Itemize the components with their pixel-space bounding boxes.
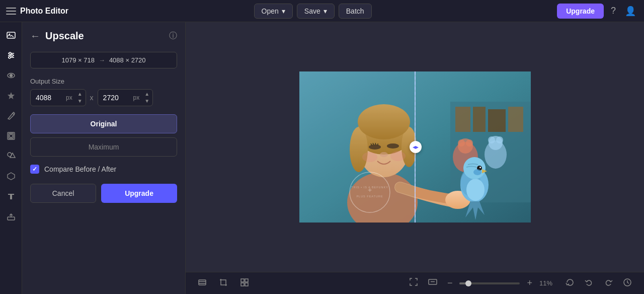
- sidebar-item-layers[interactable]: [2, 127, 20, 145]
- svg-rect-21: [455, 107, 470, 132]
- zoom-out-button[interactable]: −: [444, 277, 456, 289]
- panel-header: ← Upscale ⓘ: [30, 30, 177, 42]
- cancel-button[interactable]: Cancel: [30, 184, 96, 203]
- svg-text:PLUS FEATURE: PLUS FEATURE: [356, 195, 383, 198]
- fit-screen-button[interactable]: [406, 276, 421, 290]
- svg-rect-68: [245, 283, 248, 286]
- help-icon[interactable]: ?: [609, 4, 618, 18]
- history-button[interactable]: [619, 276, 636, 291]
- svg-rect-66: [245, 279, 248, 282]
- sidebar-item-text[interactable]: [2, 187, 20, 205]
- save-button[interactable]: Save ▾: [297, 4, 335, 19]
- sidebar-icons: [0, 22, 22, 294]
- menu-icon[interactable]: [6, 6, 16, 16]
- svg-rect-62: [199, 280, 206, 285]
- svg-point-5: [9, 52, 11, 54]
- back-button[interactable]: ←: [30, 30, 40, 42]
- upscale-panel: ← Upscale ⓘ 1079 × 718 → 4088 × 2720 Out…: [22, 22, 186, 294]
- resolution-display: 1079 × 718 → 4088 × 2720: [30, 52, 177, 68]
- svg-marker-15: [10, 153, 15, 158]
- zoom-slider[interactable]: [459, 282, 520, 284]
- resolution-from: 1079 × 718: [61, 56, 94, 64]
- sidebar-item-export[interactable]: [2, 207, 20, 226]
- height-input[interactable]: [98, 91, 133, 105]
- svg-point-55: [479, 167, 481, 168]
- bottom-toolbar: − + 11%: [186, 272, 644, 294]
- grid-tool-button[interactable]: [236, 276, 253, 291]
- zoom-percent-label: 11%: [539, 279, 557, 287]
- topbar: Photo Editor Open ▾ Save ▾ Batch Upgrade…: [0, 0, 644, 22]
- svg-text:+: +: [367, 186, 371, 194]
- split-handle-icon: ◂▸: [413, 143, 419, 151]
- width-down-button[interactable]: ▼: [75, 98, 85, 105]
- main-content: ← Upscale ⓘ 1079 × 718 → 4088 × 2720 Out…: [0, 22, 644, 294]
- image-container: THIS • IS A BEFUNKY + PLUS FEATURE ◂▸: [299, 71, 531, 223]
- redo-button[interactable]: [600, 276, 617, 291]
- maximum-mode-button[interactable]: Maximum: [30, 137, 177, 157]
- zoom-slider-thumb: [465, 280, 471, 286]
- output-size-inputs: px ▲ ▼ x px ▲ ▼: [30, 89, 177, 106]
- height-unit: px: [133, 94, 142, 101]
- svg-point-27: [458, 139, 465, 146]
- topbar-center: Open ▾ Save ▾ Batch: [72, 4, 553, 19]
- topbar-left: Photo Editor: [6, 6, 68, 16]
- chevron-down-icon: ▾: [282, 7, 285, 15]
- sidebar-item-image[interactable]: [2, 26, 20, 44]
- expand-button[interactable]: [425, 276, 440, 290]
- svg-marker-10: [8, 92, 15, 99]
- svg-rect-65: [241, 279, 244, 282]
- width-up-button[interactable]: ▲: [75, 91, 85, 98]
- output-size-label: Output Size: [30, 78, 177, 85]
- refresh-button[interactable]: [561, 276, 579, 291]
- width-input[interactable]: [31, 91, 66, 105]
- batch-button[interactable]: Batch: [339, 4, 372, 19]
- canvas-viewport[interactable]: THIS • IS A BEFUNKY + PLUS FEATURE ◂▸: [186, 22, 644, 272]
- resolution-to: 4088 × 2720: [109, 56, 146, 64]
- width-input-group: px ▲ ▼: [30, 89, 86, 106]
- sidebar-item-effects[interactable]: [2, 87, 20, 105]
- height-spinners: ▲ ▼: [141, 90, 152, 106]
- width-spinners: ▲ ▼: [74, 90, 86, 106]
- topbar-right: Upgrade ? 👤: [557, 4, 638, 19]
- right-bottom-tools: [561, 276, 636, 291]
- upgrade-button[interactable]: Upgrade: [557, 4, 604, 19]
- panel-title: Upscale: [45, 30, 164, 42]
- compare-checkbox[interactable]: [30, 165, 39, 174]
- undo-button[interactable]: [581, 276, 598, 291]
- zoom-controls: − + 11%: [406, 276, 557, 290]
- sidebar-item-preview[interactable]: [2, 66, 20, 85]
- sidebar-item-paint[interactable]: [2, 107, 20, 125]
- info-button[interactable]: ⓘ: [169, 31, 177, 41]
- svg-rect-23: [488, 109, 506, 132]
- svg-rect-13: [10, 134, 13, 137]
- height-input-group: px ▲ ▼: [98, 89, 153, 106]
- compare-label: Compare Before / After: [44, 165, 116, 173]
- open-button[interactable]: Open ▾: [254, 4, 293, 19]
- account-icon[interactable]: 👤: [623, 4, 638, 19]
- canvas-area: THIS • IS A BEFUNKY + PLUS FEATURE ◂▸: [186, 22, 644, 294]
- svg-point-9: [10, 75, 12, 77]
- sidebar-item-adjustments[interactable]: [2, 46, 20, 64]
- sidebar-item-textures[interactable]: [2, 167, 20, 185]
- svg-point-6: [11, 54, 13, 56]
- split-handle[interactable]: ◂▸: [410, 141, 422, 153]
- svg-point-32: [496, 136, 503, 143]
- original-mode-button[interactable]: Original: [30, 114, 177, 133]
- zoom-in-button[interactable]: +: [524, 277, 535, 289]
- compare-checkbox-row: Compare Before / After: [30, 165, 177, 174]
- panel-upgrade-button[interactable]: Upgrade: [101, 184, 177, 203]
- action-buttons: Cancel Upgrade: [30, 184, 177, 203]
- height-down-button[interactable]: ▼: [142, 98, 151, 105]
- svg-rect-67: [241, 283, 244, 286]
- svg-rect-22: [473, 107, 486, 132]
- sidebar-item-shapes[interactable]: [2, 147, 20, 165]
- crop-tool-button[interactable]: [215, 276, 232, 291]
- svg-point-28: [466, 139, 473, 146]
- height-up-button[interactable]: ▲: [142, 91, 151, 98]
- svg-point-31: [488, 136, 495, 143]
- layers-tool-button[interactable]: [194, 276, 211, 291]
- resolution-arrow: →: [99, 56, 105, 64]
- svg-point-56: [473, 169, 481, 175]
- width-unit: px: [66, 94, 74, 101]
- svg-point-52: [466, 179, 485, 201]
